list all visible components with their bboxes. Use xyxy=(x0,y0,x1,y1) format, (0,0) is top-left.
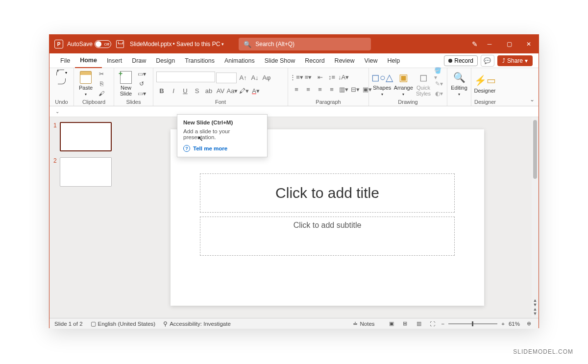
clear-format-button[interactable]: Aφ xyxy=(261,73,272,83)
font-family-select[interactable] xyxy=(156,72,215,82)
autosave-toggle[interactable]: Off xyxy=(95,40,111,48)
change-case-button[interactable]: Aa▾ xyxy=(227,85,238,96)
tab-draw[interactable]: Draw xyxy=(127,53,151,68)
cut-button[interactable]: ✂ xyxy=(97,70,106,78)
thumbnail-1[interactable]: 1 xyxy=(53,122,119,151)
editing-button[interactable]: 🔍 Editing▾ xyxy=(450,70,468,98)
notes-button[interactable]: ≐Notes xyxy=(353,320,374,327)
record-button[interactable]: Record xyxy=(444,55,478,66)
slide-counter[interactable]: Slide 1 of 2 xyxy=(54,321,83,327)
redo-button[interactable] xyxy=(58,78,66,85)
search-placeholder: Search (Alt+Q) xyxy=(255,41,294,48)
thumbnail-panel: 1 2 xyxy=(49,117,123,318)
comments-button[interactable]: 💬 xyxy=(481,55,494,67)
align-text-button[interactable]: ⊟▾ xyxy=(350,84,361,95)
increase-font-button[interactable]: A↑ xyxy=(238,73,248,83)
group-paragraph: ⋮≡▾ ≡▾ ⇤ ↕≡ ↓A▾ ≡ ≡ ≡ ≡ ▥▾ ⊟▾ ▣▾ Paragra… xyxy=(288,68,369,106)
decrease-font-button[interactable]: A↓ xyxy=(249,73,260,83)
align-left-button[interactable]: ≡ xyxy=(291,84,302,95)
paste-button[interactable]: Paste▾ xyxy=(77,70,95,98)
normal-view-button[interactable]: ▣ xyxy=(387,320,396,328)
zoom-in-button[interactable]: + xyxy=(501,321,505,327)
close-button[interactable]: ✕ xyxy=(519,35,539,53)
share-button[interactable]: ⤴Share▾ xyxy=(497,55,533,66)
zoom-slider[interactable] xyxy=(448,323,497,324)
tab-view[interactable]: View xyxy=(360,53,383,68)
indent-button[interactable]: ⇤ xyxy=(315,72,325,82)
arrange-button[interactable]: ▣ Arrange▾ xyxy=(394,70,413,98)
italic-button[interactable]: I xyxy=(168,85,179,96)
title-placeholder[interactable]: Click to add title xyxy=(200,173,455,213)
tab-transitions[interactable]: Transitions xyxy=(180,53,220,68)
zoom-level[interactable]: 61% xyxy=(509,321,520,327)
shape-outline-button[interactable]: ✎▾ xyxy=(434,79,444,88)
tab-help[interactable]: Help xyxy=(382,53,405,68)
bullets-button[interactable]: ⋮≡▾ xyxy=(291,72,302,82)
new-slide-button[interactable]: New Slide xyxy=(117,70,135,97)
pen-icon[interactable]: ✎ xyxy=(472,40,478,48)
thumbnail-2[interactable]: 2 xyxy=(53,157,119,187)
layout-button[interactable]: ▭▾ xyxy=(137,70,147,78)
line-spacing-button[interactable]: ↕≡ xyxy=(326,72,337,82)
watermark: SLIDEMODEL.COM xyxy=(513,348,573,355)
numbering-button[interactable]: ≡▾ xyxy=(303,72,314,82)
justify-button[interactable]: ≡ xyxy=(326,84,337,95)
tab-insert[interactable]: Insert xyxy=(102,53,127,68)
ribbon-collapse-button[interactable]: ⌄ xyxy=(530,96,535,103)
scrollbar-thumb[interactable] xyxy=(533,120,537,179)
filename-dropdown-icon[interactable]: ▾ xyxy=(221,42,224,47)
save-icon[interactable] xyxy=(116,40,124,48)
arrange-icon: ▣ xyxy=(399,71,408,84)
accessibility-icon: ⚲ xyxy=(163,320,168,327)
copy-button[interactable]: ⎘ xyxy=(97,79,106,88)
reading-view-button[interactable]: ▥ xyxy=(414,320,424,328)
zoom-out-button[interactable]: − xyxy=(441,321,445,327)
tab-animations[interactable]: Animations xyxy=(220,53,260,68)
minimize-button[interactable]: ─ xyxy=(480,35,499,53)
align-center-button[interactable]: ≡ xyxy=(303,84,314,95)
text-direction-button[interactable]: ↓A▾ xyxy=(338,72,349,82)
tab-review[interactable]: Review xyxy=(330,53,360,68)
undo-button[interactable]: ▾ xyxy=(56,70,67,75)
section-button[interactable]: ▭▾ xyxy=(137,89,147,98)
slideshow-view-button[interactable]: ⛶ xyxy=(428,320,438,328)
accessibility-status[interactable]: ⚲Accessibility: Investigate xyxy=(163,320,231,327)
font-size-select[interactable] xyxy=(216,73,237,83)
thumbnail-2-preview xyxy=(60,157,112,187)
tab-home[interactable]: Home xyxy=(75,53,102,68)
group-designer: ⚡▭ Designer Designer xyxy=(471,68,498,106)
language-status[interactable]: ▢English (United States) xyxy=(91,320,156,327)
vertical-scrollbar[interactable]: ▲▼▲▼ xyxy=(532,117,539,318)
shapes-icon: ◻○△ xyxy=(371,71,393,84)
shapes-button[interactable]: ◻○△ Shapes▾ xyxy=(372,70,392,98)
tab-record[interactable]: Record xyxy=(300,53,329,68)
qa-customize-button[interactable]: ⌄ xyxy=(55,109,59,114)
strikethrough-button[interactable]: S xyxy=(192,85,202,96)
format-painter-button[interactable]: 🖌 xyxy=(97,89,106,98)
shadow-button[interactable]: ab xyxy=(203,85,214,96)
columns-button[interactable]: ▥▾ xyxy=(338,84,349,95)
underline-button[interactable]: U xyxy=(180,85,191,96)
char-spacing-button[interactable]: AV xyxy=(215,85,226,96)
subtitle-placeholder[interactable]: Click to add subtitle xyxy=(200,217,455,256)
scroll-arrows-icon[interactable]: ▲▼▲▼ xyxy=(533,298,538,316)
tab-design[interactable]: Design xyxy=(151,53,180,68)
tab-slideshow[interactable]: Slide Show xyxy=(260,53,300,68)
sorter-view-button[interactable]: ⊞ xyxy=(400,320,410,328)
designer-button[interactable]: ⚡▭ Designer xyxy=(474,73,495,95)
shape-effects-button[interactable]: ◐▾ xyxy=(434,89,444,98)
maximize-button[interactable]: ▢ xyxy=(499,35,519,53)
align-right-button[interactable]: ≡ xyxy=(315,84,325,95)
powerpoint-window: P AutoSave Off SlideModel.pptx • Saved t… xyxy=(49,34,539,328)
shape-fill-button[interactable]: 🪣▾ xyxy=(434,70,444,78)
font-color-button[interactable]: A▾ xyxy=(250,85,261,96)
bold-button[interactable]: B xyxy=(156,85,167,96)
fit-window-button[interactable]: ⊕ xyxy=(524,320,534,328)
tooltip-help-link[interactable]: ? Tell me more xyxy=(183,145,261,152)
tab-file[interactable]: File xyxy=(55,53,75,68)
search-box[interactable]: 🔍 Search (Alt+Q) xyxy=(239,38,371,50)
designer-group-label: Designer xyxy=(474,98,495,106)
quick-styles-button[interactable]: ◻ Quick Styles xyxy=(415,70,432,97)
reset-button[interactable]: ↺ xyxy=(137,79,147,88)
highlight-button[interactable]: 🖍▾ xyxy=(239,85,249,96)
